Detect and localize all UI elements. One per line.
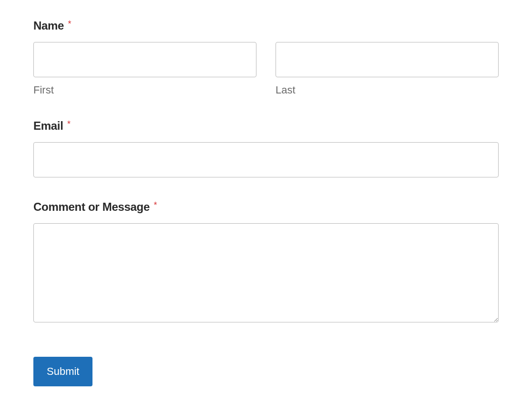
last-name-input[interactable] — [276, 42, 499, 77]
submit-button[interactable]: Submit — [33, 357, 92, 386]
comment-field-group: Comment or Message * — [33, 200, 499, 324]
name-label-text: Name — [33, 19, 64, 32]
email-input[interactable] — [33, 142, 499, 177]
email-label: Email * — [33, 119, 499, 133]
contact-form: Name * First Last Email * Comment or Mes… — [33, 19, 499, 386]
first-name-col: First — [33, 42, 256, 96]
name-field-group: Name * First Last — [33, 19, 499, 96]
comment-textarea[interactable] — [33, 223, 499, 322]
required-indicator: * — [67, 119, 71, 129]
first-name-sublabel: First — [33, 84, 256, 96]
comment-label-text: Comment or Message — [33, 200, 150, 213]
required-indicator: * — [68, 19, 72, 29]
last-name-sublabel: Last — [276, 84, 499, 96]
last-name-col: Last — [276, 42, 499, 96]
first-name-input[interactable] — [33, 42, 256, 77]
name-row: First Last — [33, 42, 499, 96]
email-label-text: Email — [33, 119, 63, 132]
required-indicator: * — [153, 200, 157, 210]
comment-label: Comment or Message * — [33, 200, 499, 214]
name-label: Name * — [33, 19, 499, 32]
email-field-group: Email * — [33, 119, 499, 177]
